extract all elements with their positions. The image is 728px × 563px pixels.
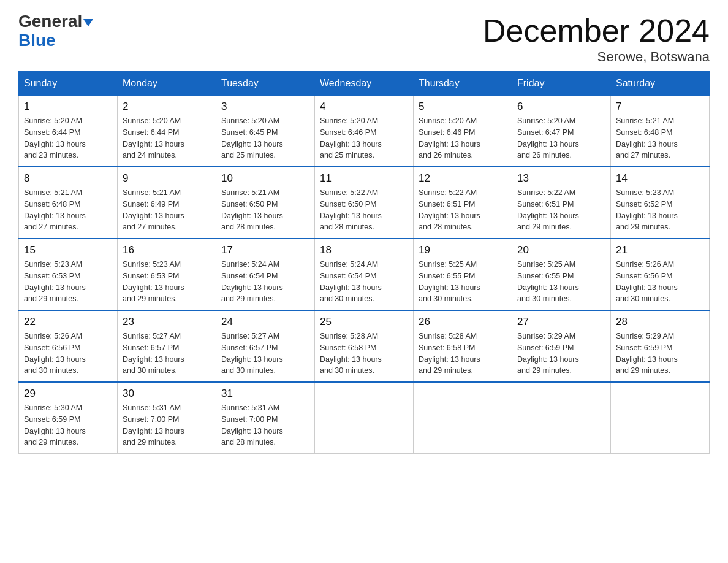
week-row-1: 1 Sunrise: 5:20 AM Sunset: 6:44 PM Dayli…	[19, 96, 710, 167]
day-info: Sunrise: 5:20 AM Sunset: 6:46 PM Dayligh…	[419, 115, 507, 161]
day-number: 17	[221, 244, 309, 256]
table-row: 27 Sunrise: 5:29 AM Sunset: 6:59 PM Dayl…	[512, 310, 611, 382]
table-row: 24 Sunrise: 5:27 AM Sunset: 6:57 PM Dayl…	[216, 310, 315, 382]
day-info: Sunrise: 5:28 AM Sunset: 6:58 PM Dayligh…	[419, 331, 507, 377]
header-wednesday: Wednesday	[315, 72, 414, 96]
page-subtitle: Serowe, Botswana	[483, 49, 710, 65]
table-row	[414, 382, 512, 454]
day-number: 8	[24, 172, 112, 185]
table-row: 20 Sunrise: 5:25 AM Sunset: 6:55 PM Dayl…	[512, 239, 611, 310]
day-number: 13	[517, 172, 605, 185]
day-info: Sunrise: 5:26 AM Sunset: 6:56 PM Dayligh…	[616, 259, 704, 305]
table-row: 22 Sunrise: 5:26 AM Sunset: 6:56 PM Dayl…	[19, 310, 118, 382]
table-row: 28 Sunrise: 5:29 AM Sunset: 6:59 PM Dayl…	[611, 310, 710, 382]
table-row: 16 Sunrise: 5:23 AM Sunset: 6:53 PM Dayl…	[118, 239, 216, 310]
day-number: 31	[221, 388, 309, 400]
week-row-2: 8 Sunrise: 5:21 AM Sunset: 6:48 PM Dayli…	[19, 167, 710, 239]
header-sunday: Sunday	[19, 72, 118, 96]
table-row: 3 Sunrise: 5:20 AM Sunset: 6:45 PM Dayli…	[216, 96, 315, 167]
day-info: Sunrise: 5:21 AM Sunset: 6:49 PM Dayligh…	[123, 187, 211, 233]
table-row: 8 Sunrise: 5:21 AM Sunset: 6:48 PM Dayli…	[19, 167, 118, 239]
day-info: Sunrise: 5:31 AM Sunset: 7:00 PM Dayligh…	[123, 402, 211, 448]
day-info: Sunrise: 5:25 AM Sunset: 6:55 PM Dayligh…	[419, 259, 507, 305]
day-info: Sunrise: 5:20 AM Sunset: 6:46 PM Dayligh…	[320, 115, 408, 161]
table-row	[512, 382, 611, 454]
table-row: 14 Sunrise: 5:23 AM Sunset: 6:52 PM Dayl…	[611, 167, 710, 239]
day-info: Sunrise: 5:23 AM Sunset: 6:53 PM Dayligh…	[123, 259, 211, 305]
table-row: 5 Sunrise: 5:20 AM Sunset: 6:46 PM Dayli…	[414, 96, 512, 167]
logo-general-text: General	[18, 12, 82, 31]
table-row: 4 Sunrise: 5:20 AM Sunset: 6:46 PM Dayli…	[315, 96, 414, 167]
day-info: Sunrise: 5:27 AM Sunset: 6:57 PM Dayligh…	[123, 331, 211, 377]
day-info: Sunrise: 5:20 AM Sunset: 6:44 PM Dayligh…	[24, 115, 112, 161]
header-tuesday: Tuesday	[216, 72, 315, 96]
day-number: 12	[419, 172, 507, 185]
table-row: 9 Sunrise: 5:21 AM Sunset: 6:49 PM Dayli…	[118, 167, 216, 239]
day-info: Sunrise: 5:23 AM Sunset: 6:53 PM Dayligh…	[24, 259, 112, 305]
calendar-table: Sunday Monday Tuesday Wednesday Thursday…	[18, 71, 710, 454]
day-info: Sunrise: 5:23 AM Sunset: 6:52 PM Dayligh…	[616, 187, 704, 233]
day-number: 15	[24, 244, 112, 256]
day-number: 3	[221, 101, 309, 113]
table-row: 13 Sunrise: 5:22 AM Sunset: 6:51 PM Dayl…	[512, 167, 611, 239]
logo-triangle-icon	[83, 19, 93, 26]
title-area: December 2024 Serowe, Botswana	[483, 12, 710, 65]
day-info: Sunrise: 5:29 AM Sunset: 6:59 PM Dayligh…	[517, 331, 605, 377]
week-row-4: 22 Sunrise: 5:26 AM Sunset: 6:56 PM Dayl…	[19, 310, 710, 382]
table-row: 30 Sunrise: 5:31 AM Sunset: 7:00 PM Dayl…	[118, 382, 216, 454]
day-info: Sunrise: 5:31 AM Sunset: 7:00 PM Dayligh…	[221, 402, 309, 448]
day-number: 23	[123, 316, 211, 328]
table-row: 18 Sunrise: 5:24 AM Sunset: 6:54 PM Dayl…	[315, 239, 414, 310]
table-row: 31 Sunrise: 5:31 AM Sunset: 7:00 PM Dayl…	[216, 382, 315, 454]
day-number: 4	[320, 101, 408, 113]
day-info: Sunrise: 5:20 AM Sunset: 6:44 PM Dayligh…	[123, 115, 211, 161]
table-row: 21 Sunrise: 5:26 AM Sunset: 6:56 PM Dayl…	[611, 239, 710, 310]
table-row: 1 Sunrise: 5:20 AM Sunset: 6:44 PM Dayli…	[19, 96, 118, 167]
day-info: Sunrise: 5:24 AM Sunset: 6:54 PM Dayligh…	[320, 259, 408, 305]
calendar-header-row: Sunday Monday Tuesday Wednesday Thursday…	[19, 72, 710, 96]
day-info: Sunrise: 5:25 AM Sunset: 6:55 PM Dayligh…	[517, 259, 605, 305]
day-number: 29	[24, 388, 112, 400]
day-number: 26	[419, 316, 507, 328]
table-row: 2 Sunrise: 5:20 AM Sunset: 6:44 PM Dayli…	[118, 96, 216, 167]
day-number: 5	[419, 101, 507, 113]
day-number: 16	[123, 244, 211, 256]
day-number: 30	[123, 388, 211, 400]
day-info: Sunrise: 5:29 AM Sunset: 6:59 PM Dayligh…	[616, 331, 704, 377]
day-number: 2	[123, 101, 211, 113]
day-number: 28	[616, 316, 704, 328]
logo: General Blue	[18, 12, 93, 50]
day-info: Sunrise: 5:27 AM Sunset: 6:57 PM Dayligh…	[221, 331, 309, 377]
day-number: 25	[320, 316, 408, 328]
table-row: 7 Sunrise: 5:21 AM Sunset: 6:48 PM Dayli…	[611, 96, 710, 167]
week-row-5: 29 Sunrise: 5:30 AM Sunset: 6:59 PM Dayl…	[19, 382, 710, 454]
day-info: Sunrise: 5:24 AM Sunset: 6:54 PM Dayligh…	[221, 259, 309, 305]
day-info: Sunrise: 5:21 AM Sunset: 6:50 PM Dayligh…	[221, 187, 309, 233]
header-thursday: Thursday	[414, 72, 512, 96]
day-info: Sunrise: 5:20 AM Sunset: 6:45 PM Dayligh…	[221, 115, 309, 161]
table-row: 17 Sunrise: 5:24 AM Sunset: 6:54 PM Dayl…	[216, 239, 315, 310]
day-number: 21	[616, 244, 704, 256]
day-info: Sunrise: 5:21 AM Sunset: 6:48 PM Dayligh…	[616, 115, 704, 161]
day-number: 27	[517, 316, 605, 328]
table-row	[611, 382, 710, 454]
day-number: 22	[24, 316, 112, 328]
table-row: 19 Sunrise: 5:25 AM Sunset: 6:55 PM Dayl…	[414, 239, 512, 310]
page-header: General Blue December 2024 Serowe, Botsw…	[18, 12, 710, 65]
page-title: December 2024	[483, 12, 710, 49]
day-number: 1	[24, 101, 112, 113]
table-row: 26 Sunrise: 5:28 AM Sunset: 6:58 PM Dayl…	[414, 310, 512, 382]
day-info: Sunrise: 5:21 AM Sunset: 6:48 PM Dayligh…	[24, 187, 112, 233]
table-row: 12 Sunrise: 5:22 AM Sunset: 6:51 PM Dayl…	[414, 167, 512, 239]
day-number: 19	[419, 244, 507, 256]
day-info: Sunrise: 5:22 AM Sunset: 6:51 PM Dayligh…	[419, 187, 507, 233]
day-number: 9	[123, 172, 211, 185]
week-row-3: 15 Sunrise: 5:23 AM Sunset: 6:53 PM Dayl…	[19, 239, 710, 310]
day-number: 11	[320, 172, 408, 185]
day-info: Sunrise: 5:26 AM Sunset: 6:56 PM Dayligh…	[24, 331, 112, 377]
day-number: 24	[221, 316, 309, 328]
table-row: 11 Sunrise: 5:22 AM Sunset: 6:50 PM Dayl…	[315, 167, 414, 239]
day-info: Sunrise: 5:28 AM Sunset: 6:58 PM Dayligh…	[320, 331, 408, 377]
header-monday: Monday	[118, 72, 216, 96]
table-row	[315, 382, 414, 454]
